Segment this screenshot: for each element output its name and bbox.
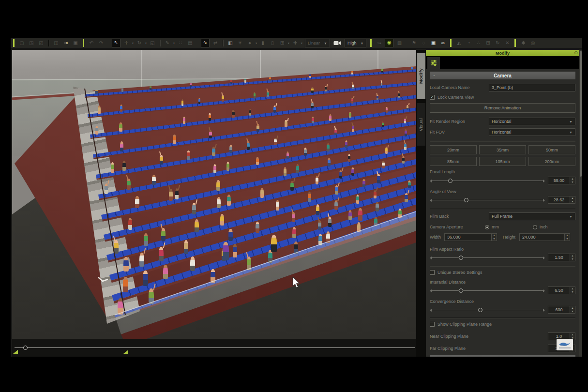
help-icon[interactable]: ◎ xyxy=(529,39,537,47)
timeline-range-marker-start[interactable] xyxy=(13,350,18,354)
camera-section-header[interactable]: - Camera xyxy=(430,72,575,79)
rotate-tool-icon[interactable]: ↻ xyxy=(136,39,143,47)
lens-preset-button[interactable]: 20mm xyxy=(430,145,477,154)
open-project-icon[interactable]: ◳ xyxy=(28,39,35,47)
path-icon[interactable]: ↝ xyxy=(375,39,383,47)
lens-preset-button[interactable]: 105mm xyxy=(479,157,526,166)
convergence-slider-thumb[interactable] xyxy=(478,308,482,312)
interaxial-slider-thumb[interactable] xyxy=(459,288,463,293)
new-project-icon[interactable]: ▢ xyxy=(18,39,26,47)
pivot-edit-icon[interactable]: ✎ xyxy=(164,39,171,47)
dropdown-caret-icon[interactable]: ▼ xyxy=(131,42,135,45)
tab-modify[interactable]: Modify xyxy=(417,53,425,99)
timeline-track[interactable] xyxy=(15,347,415,348)
aperture-width-spinner[interactable]: ▲▼ xyxy=(492,233,497,241)
viewport-3d-scene[interactable] xyxy=(12,50,416,339)
settings-icon[interactable]: ✱ xyxy=(519,39,527,47)
align-icon[interactable]: ∷ xyxy=(177,39,184,47)
refresh-icon[interactable]: ↻ xyxy=(494,39,501,47)
camera-view-icon[interactable]: ◉ xyxy=(385,39,393,47)
lens-preset-button[interactable]: 85mm xyxy=(430,157,477,166)
near-clip-value[interactable]: 1.0 xyxy=(551,334,567,339)
aperture-width-input[interactable]: 36.000 xyxy=(447,235,489,240)
lock-camera-view-checkbox[interactable]: ✓ xyxy=(430,95,435,100)
angle-of-view-spinner[interactable]: ▲▼ xyxy=(570,196,575,204)
random-icon[interactable]: ✕ xyxy=(503,39,511,47)
timeline-range-marker[interactable] xyxy=(123,350,128,354)
panel-tab-camera-settings[interactable] xyxy=(427,57,440,69)
interaxial-slider[interactable] xyxy=(430,287,545,294)
focal-length-spinner[interactable]: ▲▼ xyxy=(570,177,575,184)
convergence-slider[interactable] xyxy=(430,306,545,313)
link-icon[interactable]: ∞ xyxy=(439,39,447,47)
dropdown-caret-icon[interactable]: ▼ xyxy=(300,42,303,45)
render-queue-icon[interactable]: ▥ xyxy=(395,39,403,47)
angle-of-view-slider[interactable] xyxy=(430,196,545,203)
curve-tool-icon[interactable]: ∿ xyxy=(201,39,210,47)
camera-icon[interactable] xyxy=(333,41,341,45)
grid-snap-icon[interactable]: ⊞ xyxy=(484,39,492,47)
panel-scrollbar-thumb[interactable] xyxy=(580,51,582,177)
tab-visual[interactable]: Visual xyxy=(417,103,425,146)
sphere-preview-icon[interactable]: ● xyxy=(246,39,254,47)
dropdown-caret-icon[interactable]: ▼ xyxy=(255,42,258,45)
aperture-height-input[interactable]: 24.000 xyxy=(522,235,562,240)
move-tool-icon[interactable]: ✛ xyxy=(122,39,130,47)
shading-mode-dropdown[interactable]: Linear▼ xyxy=(305,39,330,47)
film-back-dropdown[interactable]: Full Frame ▼ xyxy=(489,212,575,220)
show-clipping-checkbox[interactable] xyxy=(430,322,435,327)
convergence-value[interactable]: 600 xyxy=(551,307,567,312)
angle-of-view-value[interactable]: 28.62 xyxy=(551,197,567,202)
focal-length-value[interactable]: 58.00 xyxy=(551,178,567,183)
quality-dropdown[interactable]: High▼ xyxy=(345,39,366,47)
viewport-layout-icon[interactable]: ◧ xyxy=(226,39,234,47)
camera-name-input[interactable]: 3_Point (b) xyxy=(489,84,575,91)
radio-inch[interactable]: inch xyxy=(533,225,548,229)
transform-icon[interactable]: ⇄ xyxy=(211,39,219,47)
panel-scrollbar[interactable] xyxy=(579,50,582,357)
convergence-spinner[interactable]: ▲▼ xyxy=(570,306,575,314)
dropdown-caret-icon[interactable]: ▼ xyxy=(144,42,148,45)
remove-animation-button[interactable]: Remove Animation xyxy=(430,103,575,113)
scale-tool-icon[interactable]: ◱ xyxy=(149,39,156,47)
fit-fov-dropdown[interactable]: Horizontal ▼ xyxy=(489,128,575,136)
radio-mm[interactable]: mm xyxy=(485,225,499,229)
panel-a-icon[interactable]: ▮ xyxy=(259,39,267,47)
focal-length-slider[interactable] xyxy=(430,177,545,184)
fit-render-region-dropdown[interactable]: Horizontal ▼ xyxy=(489,118,575,125)
dropdown-caret-icon[interactable]: ▼ xyxy=(287,42,290,45)
dropdown-caret-icon[interactable]: ▼ xyxy=(172,42,176,45)
layer-icon[interactable]: ▤ xyxy=(186,39,194,47)
lens-preset-button[interactable]: 35mm xyxy=(479,145,526,154)
select-tool-icon[interactable]: ↖ xyxy=(112,39,121,47)
export-icon[interactable]: ⇥ xyxy=(62,39,70,47)
panel-settings-icon[interactable]: ⊙ xyxy=(573,50,579,56)
clipboard-icon[interactable]: ▣ xyxy=(429,39,437,47)
unique-stereo-checkbox[interactable] xyxy=(430,270,435,275)
gizmo-icon[interactable]: ✚ xyxy=(291,39,299,47)
comment-icon[interactable]: ◌ xyxy=(420,39,427,47)
angle-of-view-slider-thumb[interactable] xyxy=(464,198,468,202)
interaxial-spinner[interactable]: ▲▼ xyxy=(570,286,575,294)
physics-ball-icon[interactable]: ◔ xyxy=(465,39,472,47)
panel-b-icon[interactable]: ▯ xyxy=(269,39,276,47)
screenshot-icon[interactable]: ▣ xyxy=(72,39,79,47)
merge-project-icon[interactable]: ◫ xyxy=(52,39,60,47)
redo-icon[interactable]: ↷ xyxy=(97,39,105,47)
aperture-height-spinner[interactable]: ▲▼ xyxy=(565,233,570,241)
focal-length-slider-thumb[interactable] xyxy=(448,179,452,183)
lens-preset-button[interactable]: 50mm xyxy=(528,145,575,154)
particles-icon[interactable]: ∴ xyxy=(474,39,482,47)
light-icon[interactable]: ☀ xyxy=(236,39,244,47)
physics-cone-icon[interactable]: ◭ xyxy=(455,39,463,47)
timeline-playhead[interactable] xyxy=(23,346,28,350)
film-aspect-slider[interactable] xyxy=(430,254,545,261)
interaxial-value[interactable]: 6.50 xyxy=(551,288,567,293)
flag-icon[interactable]: ⚑ xyxy=(410,39,418,47)
film-aspect-value[interactable]: 1.50 xyxy=(551,255,567,260)
undo-icon[interactable]: ↶ xyxy=(88,39,95,47)
lens-preset-button[interactable]: 200mm xyxy=(528,157,575,166)
save-project-icon[interactable]: ◰ xyxy=(37,39,45,47)
film-aspect-slider-thumb[interactable] xyxy=(459,256,463,260)
dof-section-header[interactable]: - Depth of Field xyxy=(430,355,575,357)
